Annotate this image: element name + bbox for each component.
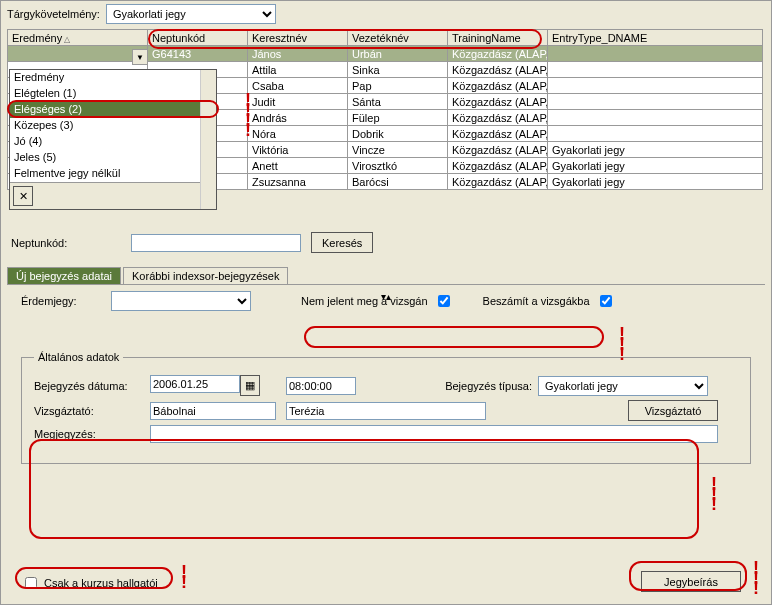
examiner-label: Vizsgáztató: — [34, 405, 144, 417]
note-label: Megjegyzés: — [34, 428, 144, 440]
entry-type-label: Bejegyzés típusa: — [422, 380, 532, 392]
col-trainingname[interactable]: TrainingName — [448, 30, 548, 46]
note-input[interactable] — [150, 425, 718, 443]
list-item[interactable]: Felmentve jegy nélkül — [10, 166, 216, 182]
col-keresztnev[interactable]: Keresztnév — [248, 30, 348, 46]
tab-previous-entries[interactable]: Korábbi indexsor-bejegyzések — [123, 267, 288, 284]
fieldset-legend: Általános adatok — [34, 351, 123, 363]
requirement-label: Tárgykövetelmény: — [7, 8, 100, 20]
col-neptunkod[interactable]: Neptunkód — [148, 30, 248, 46]
examiner-button[interactable]: Vizsgáztató — [628, 400, 718, 421]
requirement-select[interactable]: Gyakorlati jegy — [106, 4, 276, 24]
eredmeny-dropdown-list: Eredmény Elégtelen (1) Elégséges (2) Köz… — [9, 69, 217, 210]
col-eredmeny[interactable]: Eredmény△ — [8, 30, 148, 46]
only-course-checkbox[interactable] — [25, 577, 37, 589]
list-item[interactable]: Közepes (3) — [10, 118, 216, 134]
grade-label: Érdemjegy: — [21, 295, 111, 307]
list-item[interactable]: Elégséges (2) — [10, 102, 216, 118]
grade-select[interactable] — [111, 291, 251, 311]
tab-new-entry[interactable]: Új bejegyzés adatai — [7, 267, 121, 284]
alert-icon: ! — [619, 349, 625, 359]
entry-date-label: Bejegyzés dátuma: — [34, 380, 144, 392]
counts-checkbox[interactable] — [600, 295, 612, 307]
list-item[interactable]: Elégtelen (1) — [10, 86, 216, 102]
col-entrytype[interactable]: EntryType_DNAME — [548, 30, 763, 46]
alert-icon: ! — [711, 499, 717, 509]
counts-label: Beszámít a vizsgákba — [483, 295, 590, 307]
entry-time-input[interactable] — [286, 377, 356, 395]
examiner-last-input[interactable] — [150, 402, 276, 420]
noshow-label: Nem jelent meg a vizsgán — [301, 295, 428, 307]
alert-icon: ! — [181, 577, 187, 587]
write-grade-button[interactable]: Jegybeírás — [641, 571, 741, 592]
neptunkod-input[interactable] — [131, 234, 301, 252]
list-item[interactable]: Jeles (5) — [10, 150, 216, 166]
calendar-icon[interactable]: ▦ — [240, 375, 260, 396]
list-item[interactable]: Eredmény — [10, 70, 216, 86]
only-course-label: Csak a kurzus hallgatói — [44, 577, 158, 589]
col-vezeteknev[interactable]: Vezetéknév — [348, 30, 448, 46]
noshow-checkbox[interactable] — [438, 295, 450, 307]
alert-icon: ! — [245, 125, 251, 135]
search-button[interactable]: Keresés — [311, 232, 373, 253]
eredmeny-cell-dropdown-icon[interactable]: ▼ — [132, 49, 148, 65]
sort-asc-icon: △ — [64, 35, 70, 44]
alert-icon: ! — [753, 583, 759, 593]
scrollbar[interactable] — [200, 70, 216, 209]
neptunkod-label: Neptunkód: — [11, 237, 131, 249]
general-data-fieldset: Általános adatok Bejegyzés dátuma: ▦ Bej… — [21, 351, 751, 464]
entry-type-select[interactable]: Gyakorlati jegy — [538, 376, 708, 396]
table-row[interactable]: G64143JánosUrbánKözgazdász (ALAP,N — [8, 46, 763, 62]
examiner-first-input[interactable] — [286, 402, 486, 420]
close-list-button[interactable]: ✕ — [13, 186, 33, 206]
entry-date-input[interactable] — [150, 375, 240, 393]
list-item[interactable]: Jó (4) — [10, 134, 216, 150]
